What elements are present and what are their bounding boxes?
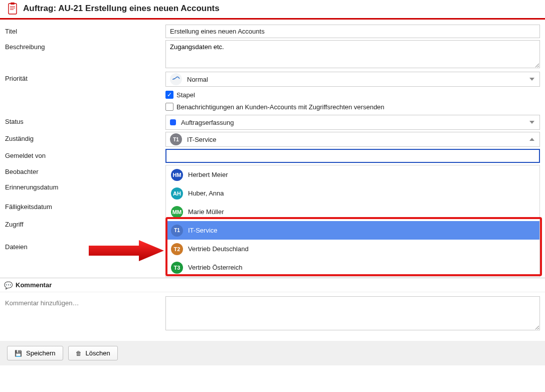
zustaendig-select[interactable]: T1 IT-Service bbox=[165, 132, 540, 147]
label-zustaendig: Zuständig bbox=[5, 132, 165, 142]
trash-icon: 🗑 bbox=[76, 350, 82, 357]
footer-toolbar: 💾 Speichern 🗑 Löschen bbox=[0, 341, 545, 365]
form-area: Titel Beschreibung Zugangsdaten etc. Pri… bbox=[0, 20, 545, 278]
label-faelligkeitsdatum: Fälligkeitsdatum bbox=[5, 200, 165, 211]
notify-label: Benachrichtigungen an Kunden-Accounts mi… bbox=[176, 103, 385, 111]
avatar-badge: T2 bbox=[171, 243, 183, 255]
assignee-option-label: Vertrieb Deutschland bbox=[188, 245, 249, 253]
clipboard-icon bbox=[7, 2, 18, 15]
comment-icon: 💬 bbox=[4, 282, 13, 289]
assignee-option-label: Vertrieb Österreich bbox=[188, 264, 242, 271]
zustaendig-value: IT-Service bbox=[187, 136, 217, 143]
delete-label: Löschen bbox=[86, 349, 110, 357]
label-beschreibung: Beschreibung bbox=[5, 40, 165, 51]
avatar-badge: MM bbox=[171, 206, 183, 218]
kommentar-title: Kommentar bbox=[16, 281, 52, 289]
label-gemeldet-von: Gemeldet von bbox=[5, 149, 165, 159]
assignee-option-label: Marie Müller bbox=[188, 208, 224, 216]
svg-point-5 bbox=[173, 78, 174, 79]
assignee-dropdown-list[interactable]: HMHerbert MeierAHHuber, AnnaMMMarie Müll… bbox=[165, 165, 540, 277]
titel-input[interactable] bbox=[165, 25, 540, 38]
prioritaet-select[interactable]: Normal bbox=[165, 72, 540, 87]
stapel-label: Stapel bbox=[176, 91, 195, 99]
kommentar-textarea[interactable] bbox=[165, 296, 540, 330]
notify-checkbox-row[interactable]: Benachrichtigungen an Kunden-Accounts mi… bbox=[165, 101, 540, 113]
status-select[interactable]: Auftragserfassung bbox=[165, 115, 540, 130]
chevron-down-icon bbox=[529, 78, 534, 81]
notify-checkbox-icon bbox=[165, 103, 173, 111]
priority-normal-icon bbox=[170, 73, 182, 85]
beschreibung-textarea[interactable]: Zugangsdaten etc. bbox=[165, 40, 540, 68]
delete-button[interactable]: 🗑 Löschen bbox=[68, 346, 118, 360]
assignee-option[interactable]: MMMarie Müller bbox=[166, 203, 539, 221]
svg-rect-1 bbox=[11, 3, 15, 5]
avatar-badge: T1 bbox=[170, 133, 182, 145]
assignee-option[interactable]: T2Vertrieb Deutschland bbox=[166, 240, 539, 258]
chevron-up-icon bbox=[529, 138, 534, 141]
avatar-badge: T3 bbox=[171, 262, 183, 274]
avatar-badge: AH bbox=[171, 187, 183, 200]
label-status: Status bbox=[5, 115, 165, 125]
assignee-option-label: Herbert Meier bbox=[188, 171, 228, 178]
label-dateien: Dateien bbox=[5, 240, 165, 251]
assignee-option[interactable]: T3Vertrieb Österreich bbox=[166, 258, 539, 277]
page-header: Auftrag: AU-21 Erstellung eines neuen Ac… bbox=[0, 0, 545, 20]
save-label: Speichern bbox=[26, 349, 56, 357]
kommentar-section-header: 💬 Kommentar bbox=[0, 278, 545, 292]
status-color-icon bbox=[170, 119, 176, 125]
stapel-checkbox-row[interactable]: ✓ Stapel bbox=[165, 89, 540, 101]
kommentar-hint: Kommentar hinzufügen… bbox=[5, 296, 165, 307]
page-title: Auftrag: AU-21 Erstellung eines neuen Ac… bbox=[23, 4, 220, 14]
assignee-option[interactable]: T1IT-Service bbox=[166, 221, 539, 240]
stapel-checkbox-icon: ✓ bbox=[165, 91, 173, 99]
prioritaet-value: Normal bbox=[187, 76, 208, 83]
assignee-option[interactable]: HMHerbert Meier bbox=[166, 165, 539, 184]
assignee-option-label: IT-Service bbox=[188, 227, 218, 234]
save-icon: 💾 bbox=[15, 350, 22, 357]
assignee-option[interactable]: AHHuber, Anna bbox=[166, 184, 539, 203]
chevron-down-icon bbox=[529, 121, 534, 124]
assignee-search-input[interactable] bbox=[165, 149, 540, 163]
label-beobachter: Beobachter bbox=[5, 165, 165, 175]
svg-rect-0 bbox=[9, 4, 17, 14]
label-titel: Titel bbox=[5, 25, 165, 35]
label-erinnerungsdatum: Erinnerungsdatum bbox=[5, 180, 165, 191]
label-prioritaet: Priorität bbox=[5, 72, 165, 82]
save-button[interactable]: 💾 Speichern bbox=[7, 346, 63, 360]
avatar-badge: HM bbox=[171, 169, 183, 181]
label-zugriff: Zugriff bbox=[5, 218, 165, 228]
avatar-badge: T1 bbox=[171, 225, 183, 237]
assignee-option-label: Huber, Anna bbox=[188, 189, 224, 197]
status-value: Auftragserfassung bbox=[181, 119, 234, 126]
